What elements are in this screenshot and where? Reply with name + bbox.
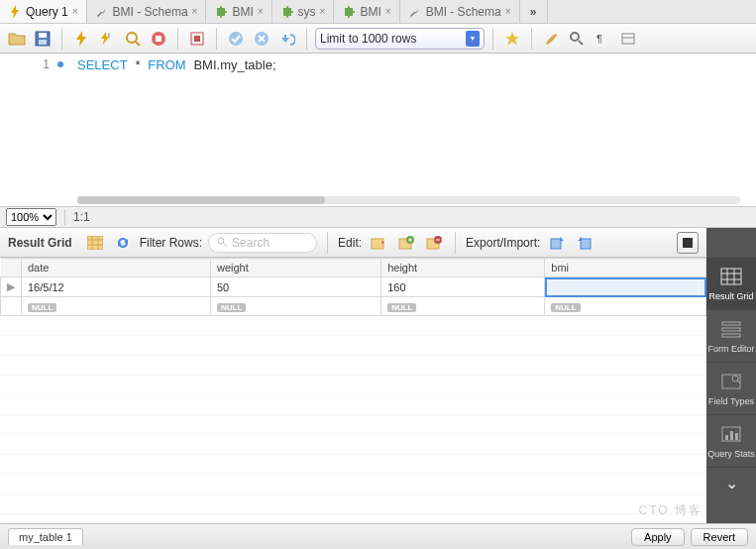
- horizontal-scrollbar[interactable]: [77, 196, 740, 204]
- result-table: date weight height bmi ▶ 16/5/12 50 160 …: [0, 258, 706, 316]
- find-button[interactable]: [566, 28, 588, 50]
- svg-rect-43: [722, 334, 740, 337]
- cell-null[interactable]: NULL: [381, 297, 545, 316]
- table-null-row[interactable]: NULL NULL NULL NULL: [1, 297, 706, 316]
- filter-rows-label: Filter Rows:: [140, 236, 202, 250]
- svg-rect-21: [87, 236, 103, 250]
- rollback-button[interactable]: [276, 28, 298, 50]
- rail-label: Result Grid: [708, 291, 753, 301]
- commit-button[interactable]: [186, 28, 208, 50]
- sheet-tab[interactable]: my_table 1: [8, 528, 83, 545]
- tab-label: BMI: [232, 5, 253, 19]
- add-row-button[interactable]: [395, 232, 417, 254]
- svg-rect-19: [622, 34, 634, 44]
- null-badge: NULL: [28, 303, 56, 312]
- tab-label: BMI: [360, 5, 380, 19]
- close-icon[interactable]: ×: [258, 6, 264, 17]
- rail-field-types[interactable]: Field Types: [706, 363, 756, 415]
- sql-code-area[interactable]: SELECT * FROM BMI.my_table;: [69, 54, 756, 206]
- row-limit-select[interactable]: Limit to 1000 rows ▾: [315, 28, 485, 50]
- edit-row-button[interactable]: [368, 232, 389, 254]
- tab-query-1[interactable]: Query 1 ×: [0, 0, 87, 23]
- close-icon[interactable]: ×: [385, 6, 391, 17]
- tab-overflow[interactable]: »: [520, 0, 548, 23]
- result-toolbar: Result Grid Filter Rows: Search Edit: Ex…: [0, 228, 706, 258]
- search-icon: [217, 237, 228, 248]
- apply-button[interactable]: Apply: [631, 528, 685, 546]
- sql-text: *: [135, 57, 140, 72]
- close-icon[interactable]: ×: [72, 6, 78, 17]
- zoom-select[interactable]: 100%: [6, 208, 56, 226]
- toggle-whitespace-button[interactable]: ¶: [592, 28, 613, 50]
- column-header[interactable]: height: [381, 259, 545, 277]
- result-grid-title: Result Grid: [8, 236, 72, 250]
- rail-query-stats[interactable]: Query Stats: [706, 415, 756, 468]
- export-button[interactable]: [546, 232, 568, 254]
- rail-expand[interactable]: ⌄: [706, 468, 756, 498]
- row-limit-label: Limit to 1000 rows: [320, 32, 416, 46]
- tab-label: BMI - Schema: [113, 5, 188, 19]
- delete-row-button[interactable]: [423, 232, 445, 254]
- svg-rect-3: [39, 40, 47, 45]
- refresh-button[interactable]: [112, 232, 134, 254]
- close-icon[interactable]: ×: [320, 6, 326, 17]
- revert-button[interactable]: Revert: [691, 528, 748, 546]
- stats-icon: [719, 423, 743, 445]
- puzzle-icon: [280, 5, 294, 19]
- export-import-label: Export/Import:: [466, 236, 540, 250]
- svg-rect-34: [581, 239, 591, 249]
- wrap-cell-button[interactable]: [677, 232, 699, 254]
- autocommit-off-button[interactable]: [251, 28, 272, 50]
- column-header[interactable]: date: [22, 259, 211, 277]
- svg-point-16: [571, 33, 579, 41]
- snippets-button[interactable]: [617, 28, 639, 50]
- sql-editor[interactable]: 1 SELECT * FROM BMI.my_table;: [0, 54, 756, 206]
- cell-weight[interactable]: 50: [211, 277, 381, 297]
- tab-bmi-schema-2[interactable]: BMI - Schema ×: [400, 0, 520, 23]
- tab-label: BMI - Schema: [426, 5, 501, 19]
- import-button[interactable]: [574, 232, 595, 254]
- puzzle-icon: [342, 5, 356, 19]
- svg-line-17: [579, 41, 583, 45]
- svg-rect-12: [194, 36, 200, 42]
- wrench-icon: [408, 5, 422, 19]
- svg-line-27: [224, 244, 227, 247]
- brush-button[interactable]: [540, 28, 562, 50]
- tab-bmi-2[interactable]: BMI ×: [334, 0, 399, 23]
- svg-rect-10: [156, 36, 162, 42]
- beautify-button[interactable]: [501, 28, 523, 50]
- autocommit-on-button[interactable]: [225, 28, 247, 50]
- column-header[interactable]: bmi: [545, 259, 706, 277]
- chevron-updown-icon: ▾: [466, 31, 480, 47]
- row-pointer-icon: ▶: [1, 277, 22, 297]
- cell-bmi[interactable]: [545, 277, 706, 297]
- table-row[interactable]: ▶ 16/5/12 50 160: [1, 277, 706, 297]
- svg-rect-41: [722, 322, 740, 325]
- column-header[interactable]: weight: [211, 259, 381, 277]
- grid-view-button[interactable]: [84, 232, 106, 254]
- execute-current-button[interactable]: I: [96, 28, 118, 50]
- cell-null[interactable]: NULL: [211, 297, 381, 316]
- filter-rows-input[interactable]: Search: [208, 233, 317, 253]
- tab-bmi-schema-1[interactable]: BMI - Schema ×: [87, 0, 207, 23]
- cursor-position: 1:1: [73, 210, 90, 224]
- svg-rect-48: [725, 435, 728, 440]
- cell-date[interactable]: 16/5/12: [22, 277, 211, 297]
- tab-bmi-1[interactable]: BMI ×: [206, 0, 271, 23]
- explain-button[interactable]: [122, 28, 144, 50]
- cell-null[interactable]: NULL: [545, 297, 706, 316]
- chevron-right-icon: »: [530, 5, 537, 19]
- rail-label: Form Editor: [707, 344, 754, 354]
- tab-sys[interactable]: sys ×: [272, 0, 335, 23]
- execute-button[interactable]: [70, 28, 92, 50]
- close-icon[interactable]: ×: [505, 6, 511, 17]
- save-button[interactable]: [32, 28, 54, 50]
- stop-button[interactable]: [148, 28, 169, 50]
- rail-result-grid[interactable]: Result Grid: [706, 258, 756, 310]
- cell-height[interactable]: 160: [381, 277, 545, 297]
- rail-form-editor[interactable]: Form Editor: [706, 310, 756, 363]
- close-icon[interactable]: ×: [192, 6, 198, 17]
- open-file-button[interactable]: [6, 28, 28, 50]
- svg-rect-2: [39, 33, 47, 38]
- cell-null[interactable]: NULL: [22, 297, 211, 316]
